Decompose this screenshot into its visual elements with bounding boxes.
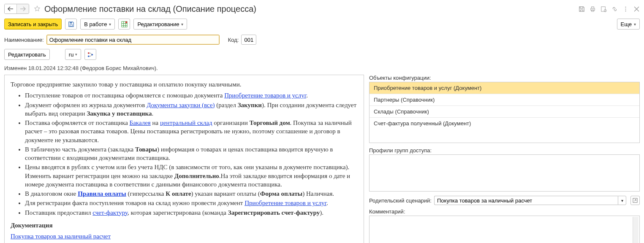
parent-scenario-open[interactable]: [630, 196, 640, 205]
print-icon[interactable]: [589, 5, 596, 12]
nav-forward-button[interactable]: [17, 4, 29, 14]
desc-item-6: В диалоговом окне Правила оплаты (гиперс…: [25, 189, 358, 198]
close-icon[interactable]: [633, 5, 640, 12]
star-icon: [33, 5, 41, 13]
link-acquire-goods[interactable]: Приобретение товаров и услуг: [224, 92, 306, 99]
list-item[interactable]: Партнеры (Справочник): [370, 94, 639, 106]
svg-point-12: [88, 52, 90, 54]
desc-item-4: В табличную часть документа (закладка То…: [25, 145, 358, 162]
svg-rect-8: [70, 24, 72, 26]
nav-back-button[interactable]: [5, 4, 16, 14]
diagram-button[interactable]: [84, 49, 96, 60]
scrollbar[interactable]: [633, 217, 639, 243]
language-dropdown[interactable]: ru▾: [65, 49, 82, 60]
name-label: Наименование:: [4, 37, 44, 43]
comment-textarea[interactable]: [369, 216, 640, 243]
link-purchase-docs[interactable]: Документы закупки (все): [147, 102, 215, 108]
comment-label: Комментарий:: [369, 208, 640, 215]
documentation-heading: Документация: [11, 221, 358, 230]
save-button[interactable]: [65, 19, 77, 30]
report-icon[interactable]: [600, 5, 607, 12]
list-item[interactable]: Счет-фактура полученный (Документ): [370, 118, 639, 129]
floppy-icon: [68, 21, 74, 27]
parent-scenario-dropdown[interactable]: ▾: [618, 196, 626, 205]
link-central-wh[interactable]: центральный склад: [160, 119, 212, 126]
svg-point-13: [88, 55, 90, 57]
edit-button[interactable]: Редактировать: [4, 49, 50, 60]
arrow-right-icon: [20, 6, 26, 11]
link-bakaleya[interactable]: Бакалея: [130, 119, 151, 126]
cfg-objects-label: Объекты конфигурации:: [369, 75, 640, 81]
name-input[interactable]: [46, 35, 220, 45]
write-and-close-button[interactable]: Записать и закрыть: [4, 19, 62, 30]
parent-scenario-input[interactable]: [434, 196, 618, 205]
in-work-dropdown[interactable]: В работе▾: [80, 19, 115, 30]
svg-point-7: [625, 11, 626, 11]
open-icon: [633, 198, 638, 203]
modified-line: Изменен 18.01.2024 12:32:48 (Федоров Бор…: [4, 65, 640, 71]
parent-scenario-label: Родительский сценарий:: [369, 197, 432, 204]
link-invoice[interactable]: счет-фактуру: [92, 209, 128, 216]
desc-item-7: Для регистрации факта поступления товаро…: [25, 199, 358, 207]
link-doc-cash-purchase[interactable]: Покупка товаров за наличный расчет: [11, 233, 111, 240]
arrow-left-icon: [8, 6, 14, 11]
table-tool-button[interactable]: [118, 19, 130, 30]
page-title: Оформление поставки на склад (Описание п…: [44, 4, 256, 14]
svg-point-6: [625, 8, 626, 9]
svg-rect-1: [591, 6, 594, 8]
desc-item-2: Документ оформлен из журнала документов …: [25, 101, 358, 118]
desc-item-5: Цены вводятся в рублях с учетом или без …: [25, 163, 358, 189]
kebab-menu-icon[interactable]: [622, 5, 629, 12]
desc-item-1: Поступление товаров от поставщика оформл…: [25, 91, 358, 100]
list-item[interactable]: Приобретение товаров и услуг (Документ): [370, 82, 639, 94]
svg-point-5: [625, 6, 626, 7]
cfg-objects-list[interactable]: Приобретение товаров и услуг (Документ) …: [369, 82, 640, 143]
profiles-label: Профили групп доступа:: [369, 147, 640, 154]
save-disk-icon[interactable]: [578, 5, 585, 12]
svg-rect-9: [70, 22, 72, 23]
branch-icon: [87, 51, 94, 58]
desc-intro: Торговое предприятие закупило товар у по…: [11, 80, 358, 89]
code-label: Код:: [228, 37, 239, 43]
nav-buttons: [4, 4, 29, 14]
desc-item-8: Поставщик предоставил счет-фактуру, кото…: [25, 208, 358, 217]
link-acquire-goods-2[interactable]: Приобретение товаров и услуг: [245, 200, 326, 206]
description-editor[interactable]: Торговое предприятие закупило товар у по…: [4, 75, 364, 243]
code-input[interactable]: [241, 35, 256, 45]
favorite-star-button[interactable]: [33, 4, 42, 14]
grid-green-icon: [121, 21, 128, 27]
link-icon[interactable]: [611, 5, 618, 12]
svg-rect-3: [601, 6, 605, 11]
svg-rect-11: [125, 21, 127, 23]
link-payment-rules[interactable]: Правила оплаты: [78, 190, 126, 197]
list-item[interactable]: Склады (Справочник): [370, 106, 639, 118]
desc-item-3: Поставка оформляется от поставщика Бакал…: [25, 119, 358, 144]
more-dropdown[interactable]: Еще▾: [617, 19, 640, 30]
profiles-list[interactable]: [369, 154, 640, 192]
editing-dropdown[interactable]: Редактирование▾: [133, 19, 187, 30]
